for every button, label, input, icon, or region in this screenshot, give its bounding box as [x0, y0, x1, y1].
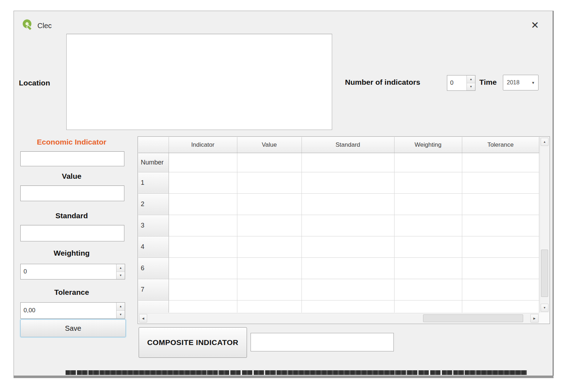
- spinner-arrows: ▲ ▼: [116, 303, 125, 318]
- composite-indicator-input[interactable]: [251, 333, 394, 351]
- table-cell[interactable]: [302, 172, 394, 193]
- economic-indicator-input[interactable]: [20, 151, 124, 166]
- table-cell[interactable]: [302, 193, 394, 215]
- standard-input[interactable]: [20, 225, 124, 241]
- table-cell[interactable]: [237, 193, 302, 215]
- row-header[interactable]: 6: [138, 257, 169, 279]
- scroll-left-icon[interactable]: ◀: [139, 314, 147, 323]
- table-row: Number: [138, 153, 539, 172]
- weighting-label: Weighting: [18, 249, 125, 257]
- row-header[interactable]: 3: [138, 215, 169, 236]
- scroll-right-icon[interactable]: ▶: [530, 314, 539, 323]
- table-viewport: Indicator Value Standard Weighting Toler…: [138, 137, 539, 313]
- table-cell[interactable]: [237, 279, 302, 300]
- table-cell[interactable]: [462, 172, 539, 193]
- number-of-indicators-spinner[interactable]: 0 ▲ ▼: [447, 75, 475, 91]
- table-cell[interactable]: [237, 236, 302, 257]
- table-cell[interactable]: [237, 257, 302, 279]
- table-cell[interactable]: [394, 172, 462, 193]
- row-header[interactable]: 4: [138, 236, 169, 257]
- location-list[interactable]: [66, 34, 332, 130]
- table-cell[interactable]: [462, 193, 539, 215]
- indicators-table: Indicator Value Standard Weighting Toler…: [138, 136, 550, 324]
- table-cell[interactable]: [237, 172, 302, 193]
- table-cell[interactable]: [169, 193, 237, 215]
- horizontal-scrollbar[interactable]: ◀ ▶: [138, 313, 539, 323]
- cropped-caption-fragment: [66, 370, 527, 375]
- corner-cell: [138, 137, 169, 153]
- table-cell[interactable]: [462, 279, 539, 300]
- table-cell[interactable]: [462, 300, 539, 313]
- table-row: 4: [138, 236, 539, 257]
- row-header[interactable]: Number: [138, 153, 169, 172]
- table-cell[interactable]: [302, 215, 394, 236]
- table-header-row: Indicator Value Standard Weighting Toler…: [138, 137, 539, 153]
- table-row: 2: [138, 193, 539, 215]
- row-header[interactable]: 7: [138, 279, 169, 300]
- tolerance-value: 0,00: [24, 307, 35, 314]
- horizontal-scrollbar-thumb[interactable]: [423, 314, 523, 322]
- scroll-down-icon[interactable]: ▼: [541, 304, 548, 312]
- row-header[interactable]: 1: [138, 172, 169, 193]
- table-cell[interactable]: [462, 215, 539, 236]
- tolerance-spinner[interactable]: 0,00 ▲ ▼: [20, 302, 125, 319]
- table-cell[interactable]: [302, 300, 394, 313]
- value-input[interactable]: [20, 185, 124, 201]
- row-header[interactable]: [138, 300, 169, 313]
- table-cell[interactable]: [169, 172, 237, 193]
- weighting-spinner[interactable]: 0 ▲ ▼: [20, 264, 125, 279]
- table-cell[interactable]: [394, 215, 462, 236]
- column-header-standard[interactable]: Standard: [302, 137, 394, 153]
- vertical-scrollbar-thumb[interactable]: [541, 250, 548, 297]
- table-row: 1: [138, 172, 539, 193]
- plugin-dialog-window: Clec ✕ Location Number of indicators 0 ▲…: [14, 11, 553, 378]
- table-cell[interactable]: [302, 257, 394, 279]
- standard-label: Standard: [18, 211, 125, 220]
- close-icon[interactable]: ✕: [529, 19, 541, 32]
- value-label: Value: [18, 172, 125, 181]
- spin-down-icon[interactable]: ▼: [467, 83, 475, 91]
- table-cell[interactable]: [394, 193, 462, 215]
- column-header-value[interactable]: Value: [237, 137, 302, 153]
- table-cell[interactable]: [169, 279, 237, 300]
- vertical-scrollbar[interactable]: ▲ ▼: [540, 137, 549, 313]
- save-button[interactable]: Save: [20, 319, 126, 337]
- table-cell[interactable]: [394, 279, 462, 300]
- table-cell[interactable]: [302, 236, 394, 257]
- scroll-up-icon[interactable]: ▲: [541, 138, 548, 146]
- table-cell[interactable]: [462, 236, 539, 257]
- column-header-weighting[interactable]: Weighting: [394, 137, 462, 153]
- title-bar: Clec ✕: [14, 11, 553, 35]
- table-row-clipped: [138, 300, 539, 313]
- spin-up-icon[interactable]: ▲: [467, 75, 475, 83]
- table-cell[interactable]: [169, 236, 237, 257]
- table-cell[interactable]: [169, 215, 237, 236]
- table-cell[interactable]: [237, 153, 302, 172]
- table-cell[interactable]: [394, 236, 462, 257]
- table-cell[interactable]: [302, 153, 394, 172]
- table-cell[interactable]: [462, 257, 539, 279]
- table-cell[interactable]: [169, 257, 237, 279]
- table-cell[interactable]: [237, 215, 302, 236]
- column-header-indicator[interactable]: Indicator: [169, 137, 237, 153]
- table-cell[interactable]: [169, 300, 237, 313]
- composite-indicator-button[interactable]: COMPOSITE INDICATOR: [139, 327, 247, 358]
- table-row: 7: [138, 279, 539, 300]
- table-cell[interactable]: [169, 153, 237, 172]
- table-cell[interactable]: [237, 300, 302, 313]
- spin-down-icon[interactable]: ▼: [117, 311, 125, 319]
- table-cell[interactable]: [394, 153, 462, 172]
- table-row: 3: [138, 215, 539, 236]
- table-cell[interactable]: [302, 279, 394, 300]
- table-cell[interactable]: [394, 300, 462, 313]
- spin-up-icon[interactable]: ▲: [117, 303, 125, 311]
- row-header[interactable]: 2: [138, 193, 169, 215]
- economic-indicator-label: Economic Indicator: [18, 138, 125, 146]
- spin-down-icon[interactable]: ▼: [117, 272, 125, 279]
- table-cell[interactable]: [394, 257, 462, 279]
- time-dropdown[interactable]: 2018 ▼: [503, 75, 539, 90]
- column-header-tolerance[interactable]: Tolerance: [462, 137, 539, 153]
- spin-up-icon[interactable]: ▲: [117, 264, 125, 272]
- table-cell[interactable]: [462, 153, 539, 172]
- weighting-value: 0: [24, 268, 27, 275]
